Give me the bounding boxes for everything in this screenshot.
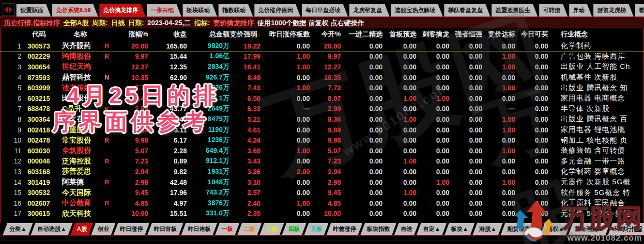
bottom-tab[interactable]: 昨曾涨停 <box>326 223 362 235</box>
yesterday-limit-count: 0.00 <box>261 42 310 50</box>
top-tab[interactable]: 游资龙虎榜 <box>593 4 633 16</box>
bottom-tab[interactable]: 三板 <box>260 223 284 235</box>
top-tab[interactable]: 看大数据 <box>635 4 644 16</box>
table-row[interactable]: 14301419阿莱德R2.9842.481048万3.100.002.980.… <box>0 177 644 188</box>
column-header[interactable]: 代码 <box>21 30 56 39</box>
column-header[interactable]: 行业概念 <box>548 30 644 39</box>
top-tab[interactable]: 指数联动 <box>218 4 253 16</box>
top-tab[interactable]: 设置版面 <box>16 4 51 16</box>
bottom-tab[interactable]: 基金理财▲ <box>568 223 610 235</box>
stock-code: 002478 <box>21 136 56 144</box>
top-tab[interactable]: 梯队看盘复盘 <box>444 4 490 16</box>
bottom-tab[interactable]: 分类▲ <box>3 223 33 235</box>
status-market[interactable]: 全部A股 <box>63 19 89 28</box>
status-indicator[interactable]: 竞价擒龙排序 <box>214 19 254 28</box>
bottom-tab[interactable]: 昨日首板 <box>147 223 183 235</box>
bottom-tab[interactable]: 港股▲ <box>473 223 503 235</box>
top-tab[interactable]: 龙虎帮复盘 <box>349 4 389 16</box>
top-tab[interactable]: 竞价系统8.59 <box>52 4 98 16</box>
table-row[interactable]: 1300573兴齐眼药R20.00165.609820万19.220.0020.… <box>0 41 644 51</box>
bottom-tab[interactable]: 五板 <box>304 223 328 235</box>
stock-code: 300573 <box>21 42 56 50</box>
buyable-today: 0.00 <box>515 210 548 217</box>
top-tab[interactable]: 竞价擒龙排序 <box>99 4 145 16</box>
one-to-two-pick: 0.00 <box>341 168 383 176</box>
row-number: 12 <box>0 157 21 165</box>
column-header[interactable]: 首板预选 <box>383 30 416 39</box>
column-header[interactable]: 竞价强弱↓ <box>230 30 261 39</box>
yesterday-limit-count: 0.00 <box>261 136 310 144</box>
stock-name: 阿莱德 <box>56 178 105 187</box>
table-row[interactable]: 17300615欣天科技10.0015.51331.0万2.350.0010.0… <box>0 209 644 219</box>
strong-stays-strong: 0.00 <box>449 210 482 217</box>
bottom-tab[interactable]: 昨日连板 <box>181 223 217 235</box>
top-tab[interactable]: 异动 <box>569 4 592 16</box>
yesterday-limit-count: — <box>261 105 310 113</box>
auction-strength: 2.57 <box>230 189 261 196</box>
one-to-two-pick: 0.00 <box>341 42 383 50</box>
table-row[interactable]: 13603168莎普爱思2.949.821931万3.262.002.940.0… <box>0 166 644 177</box>
table-row[interactable]: 2002229鸿博股份R9.9715.441.06亿17.991.009.970… <box>0 51 644 62</box>
top-tab[interactable]: 一张白纸 <box>147 4 181 16</box>
status-period[interactable]: 日线 <box>111 19 125 28</box>
buyable-today: 0.00 <box>515 74 548 81</box>
close-price: 15.51 <box>148 210 187 217</box>
bottom-tab[interactable]: 二板 <box>237 223 261 235</box>
stock-code: 603999 <box>21 84 56 92</box>
bottom-tab[interactable]: 自选 <box>394 223 418 235</box>
bottom-tab[interactable]: 昨日涨停 <box>113 223 149 235</box>
top-tab[interactable]: 每日早盘必读 <box>302 4 348 16</box>
open-pct: 7.72 <box>310 84 341 92</box>
buyable-today: 0.00 <box>515 136 548 144</box>
open-pct: 2.94 <box>310 168 341 176</box>
open-pct: 5.07 <box>310 147 341 155</box>
table-row[interactable]: 16002607中公教育R4.854.973876万2.401.004.850.… <box>0 198 644 209</box>
bottom-tab[interactable]: 板块▲ <box>445 223 475 235</box>
column-header[interactable]: 名称 <box>56 30 105 39</box>
one-to-two-pick: 0.00 <box>341 136 383 144</box>
buyable-today: 0.00 <box>515 179 548 186</box>
status-mode: 历史行情.指标排序 <box>4 19 60 28</box>
bottom-tab[interactable]: 自动选股▲ <box>31 223 73 235</box>
bottom-tab[interactable]: 一板 <box>215 223 239 235</box>
top-tab[interactable]: 竞价涨停原因 <box>254 4 300 16</box>
industry-concept: 广告包装 海峡西岸 <box>548 52 644 61</box>
status-date[interactable]: 2023-04-25,二 <box>147 19 191 28</box>
table-row[interactable]: 3300654世纪天鸿12.2712.352834万16.411.0012.27… <box>0 62 644 72</box>
total-amount: 912.1万 <box>187 157 230 165</box>
table-row[interactable]: 15300532今天国际9.4517.96743.2万2.570.009.450… <box>0 187 644 198</box>
bottom-tab[interactable]: 板块指数 <box>360 223 396 235</box>
bottom-tab[interactable]: 自定▲ <box>416 223 446 235</box>
industry-concept: 化学制药 <box>548 41 644 50</box>
bottom-tab[interactable]: 期权▲ <box>540 223 570 235</box>
top-tab[interactable]: 可转债 <box>539 4 567 16</box>
bottom-tab[interactable]: 创业 <box>91 223 115 235</box>
first-board-pick: 1.00 <box>383 95 416 102</box>
column-header[interactable]: 强者恒强 <box>449 30 482 39</box>
column-header[interactable]: 一进二精选 <box>341 30 383 39</box>
top-tab[interactable]: 益盟股票医生 <box>491 4 537 16</box>
row-number: 6 <box>0 95 21 102</box>
bottom-tab[interactable]: 期货现货▲ <box>501 223 542 235</box>
left-right-arrows-icon[interactable] <box>2 3 15 16</box>
column-header[interactable]: 刺客擒龙 <box>416 30 449 39</box>
assassin-dragon: 1.00 <box>416 179 449 186</box>
column-header[interactable]: 涨幅% <box>117 30 148 39</box>
bottom-tab[interactable]: 四板 <box>282 223 306 235</box>
column-header[interactable]: 今日可买 <box>515 30 548 39</box>
yesterday-limit-count: 0.00 <box>261 157 310 165</box>
total-amount: 649.4万 <box>187 146 230 155</box>
top-tab[interactable]: 板块联动 <box>183 4 217 16</box>
column-header[interactable]: 昨日涨停板数 <box>261 30 310 39</box>
bottom-tab[interactable]: A股 <box>71 223 93 235</box>
column-header[interactable]: 竞价达标 <box>482 30 515 39</box>
column-header[interactable]: 总金额 <box>187 30 230 39</box>
table-row[interactable]: 11603030全筑股份5.072.28649.4万3.691.005.070.… <box>0 146 644 156</box>
total-amount: 743.2万 <box>187 188 230 197</box>
column-header[interactable]: 收盘 <box>148 30 187 39</box>
table-row[interactable]: 12000046泛海控股R7.230.89912.1万3.430.007.230… <box>0 156 644 167</box>
top-tab[interactable]: 选股宝热点解读 <box>391 4 443 16</box>
yesterday-limit-count: 1.00 <box>261 52 310 60</box>
restore-window-icon[interactable] <box>635 226 642 232</box>
column-header[interactable]: 今开% <box>310 30 341 39</box>
